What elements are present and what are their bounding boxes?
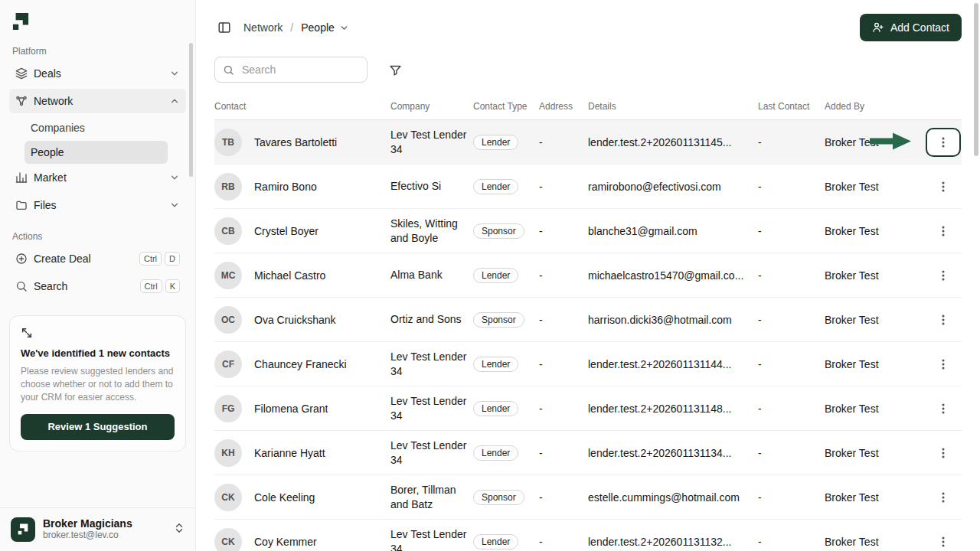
breadcrumb-people-dropdown[interactable]: People [301,21,349,34]
contact-cell: FG Filomena Grant [214,395,390,422]
table-row[interactable]: MC Michael Castro Alma Bank Lender - mic… [214,253,962,298]
search-action-label: Search [34,280,67,292]
details-cell: lender.test.2+202601131148... [588,403,758,415]
contact-type-cell: Sponsor [473,490,539,505]
column-header-last-contact[interactable]: Last Contact [758,101,825,112]
row-menu-button[interactable] [926,305,961,334]
sidebar-item-deals[interactable]: Deals [9,61,186,86]
table-row[interactable]: CB Crystel Boyer Skiles, Witting and Boy… [214,209,962,253]
add-contact-label: Add Contact [890,21,949,34]
row-menu-button[interactable] [926,394,961,423]
sidebar-spacer [0,452,195,507]
filter-button[interactable] [387,62,403,78]
contact-cell: KH Karianne Hyatt [214,439,390,467]
avatar: MC [214,262,242,289]
kebab-menu-icon [937,136,949,148]
column-header-company[interactable]: Company [390,101,473,112]
address-cell: - [539,225,588,237]
search-action-button[interactable]: Search Ctrl K [9,274,186,298]
details-cell: lender.test.2+202601131132... [588,536,758,548]
contact-name: Ramiro Bono [254,181,317,193]
avatar: KH [214,439,242,467]
actions-cell [925,394,962,423]
column-header-address[interactable]: Address [539,101,588,112]
added-by-cell: Broker Test [825,314,925,326]
contact-type-badge: Lender [473,445,518,461]
chevrons-up-down-icon[interactable] [174,522,185,537]
actions-cell [925,128,962,157]
last-contact-cell: - [758,181,825,193]
table-row[interactable]: RB Ramiro Bono Efectivo Si Lender - rami… [214,165,962,209]
last-contact-cell: - [758,491,825,504]
kbd-d: D [165,252,180,266]
contacts-table: Contact Company Contact Type Address Det… [196,93,980,551]
sidebar-scrollbar[interactable] [189,43,193,177]
column-header-contact[interactable]: Contact [214,101,390,112]
kebab-menu-icon [937,269,949,282]
table-row[interactable]: FG Filomena Grant Lev Test Lender 34 Len… [214,386,962,431]
sidebar-actions: Create Deal Ctrl D Search Ctrl K [0,246,195,302]
company-cell: Lev Test Lender 34 [390,350,473,379]
table-row[interactable]: CK Coy Kemmer Lev Test Lender 34 Lender … [214,520,962,551]
actions-cell [925,261,962,290]
search-input[interactable] [240,63,359,77]
table-row[interactable]: OC Ova Cruickshank Ortiz and Sons Sponso… [214,298,962,342]
row-menu-button[interactable] [926,350,961,379]
add-contact-button[interactable]: Add Contact [860,14,962,41]
contact-type-cell: Lender [473,135,539,150]
table-row[interactable]: TB Tavares Bartoletti Lev Test Lender 34… [214,120,962,165]
company-cell: Lev Test Lender 34 [390,439,473,468]
row-menu-button[interactable] [926,217,961,246]
review-suggestion-button[interactable]: Review 1 Suggestion [21,414,175,440]
row-menu-button[interactable] [926,527,961,551]
sidebar-item-companies[interactable]: Companies [24,116,168,139]
kebab-menu-icon [937,181,949,193]
company-cell: Lev Test Lender 34 [390,527,473,551]
contact-cell: CB Crystel Boyer [214,217,390,245]
column-header-added-by[interactable]: Added By [825,101,925,112]
contact-name: Chauncey Franecki [254,358,347,370]
account-switcher[interactable]: Broker Magicians broker.test@lev.co [0,507,195,551]
plus-circle-icon [15,253,28,265]
network-submenu: Companies People [9,116,186,164]
main-scrollbar[interactable] [974,3,978,156]
table-row[interactable]: KH Karianne Hyatt Lev Test Lender 34 Len… [214,431,962,475]
sidebar-item-people[interactable]: People [24,141,168,164]
row-menu-button[interactable] [926,439,961,468]
details-cell: harrison.dicki36@hotmail.com [588,314,758,326]
app-window: Platform Deals Network [0,0,980,551]
sidebar-item-network[interactable]: Network [9,89,186,113]
column-header-details[interactable]: Details [588,101,758,112]
contact-cell: CK Cole Keeling [214,484,390,511]
company-cell: Lev Test Lender 34 [390,394,473,423]
sidebar-toggle-button[interactable] [214,18,234,37]
create-deal-button[interactable]: Create Deal Ctrl D [9,246,186,271]
breadcrumb-network[interactable]: Network [243,21,283,34]
kbd-ctrl: Ctrl [139,252,162,266]
contact-type-badge: Lender [473,401,518,416]
table-row[interactable]: CK Cole Keeling Borer, Tillman and Batz … [214,475,962,520]
contact-type-cell: Sponsor [473,223,539,239]
row-menu-button[interactable] [926,261,961,290]
company-cell: Ortiz and Sons [390,312,473,327]
sidebar-item-label: Network [34,95,73,107]
contact-cell: TB Tavares Bartoletti [214,129,390,156]
table-body: TB Tavares Bartoletti Lev Test Lender 34… [214,120,962,551]
row-menu-button[interactable] [926,128,961,157]
sidebar-item-market[interactable]: Market [9,165,186,190]
search-box[interactable] [214,57,368,83]
contact-type-badge: Lender [473,135,518,150]
row-menu-button[interactable] [926,172,961,201]
column-header-contact-type[interactable]: Contact Type [473,101,539,112]
last-contact-cell: - [758,358,825,370]
row-menu-button[interactable] [926,483,961,512]
contact-cell: CK Coy Kemmer [214,528,390,551]
account-email: broker.test@lev.co [43,530,166,542]
suggestion-body: Please review suggested lenders and choo… [21,365,175,405]
kebab-menu-icon [937,403,949,415]
avatar: TB [214,129,242,156]
address-cell: - [539,269,588,282]
sidebar-item-files[interactable]: Files [9,193,186,217]
details-cell: lender.test.2+202601131134... [588,447,758,459]
table-row[interactable]: CF Chauncey Franecki Lev Test Lender 34 … [214,342,962,386]
